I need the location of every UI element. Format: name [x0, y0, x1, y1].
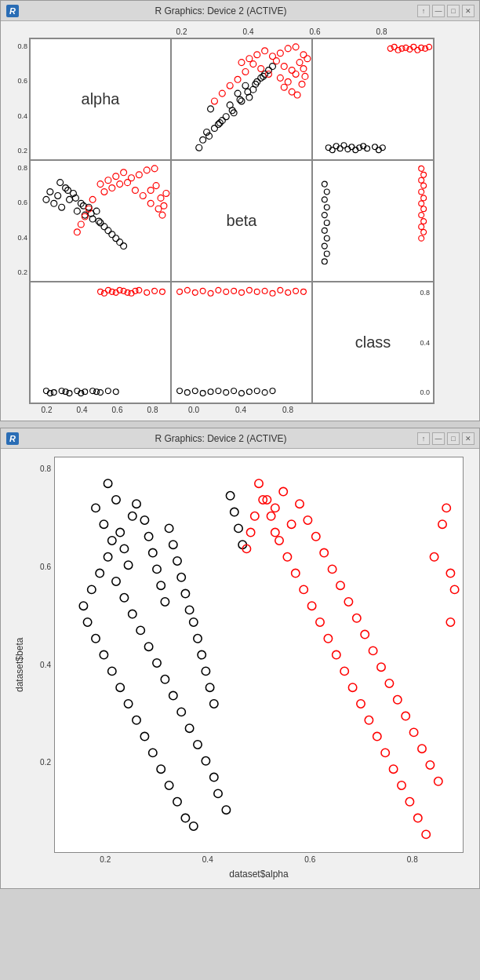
svg-point-215 [278, 287, 283, 293]
svg-point-289 [312, 533, 320, 541]
scroll-up-btn-1[interactable]: ↑ [417, 5, 430, 17]
window-2: R R Graphics: Device 2 (ACTIVE) ↑ — □ ✕ … [0, 428, 480, 889]
svg-point-320 [398, 781, 405, 789]
svg-point-251 [92, 635, 100, 643]
svg-point-9 [235, 90, 241, 97]
svg-point-268 [136, 626, 144, 634]
svg-point-293 [344, 598, 352, 606]
svg-point-97 [97, 220, 104, 226]
svg-point-195 [224, 390, 229, 395]
svg-point-44 [235, 76, 241, 82]
svg-point-233 [161, 598, 169, 606]
svg-point-316 [365, 716, 373, 724]
x-axis-label: dataset$alpha [54, 864, 464, 880]
svg-point-327 [255, 479, 263, 487]
svg-point-28 [246, 56, 253, 62]
pairs-grid: alpha [29, 38, 435, 404]
svg-point-299 [394, 696, 402, 704]
svg-point-245 [210, 700, 218, 708]
maximize-btn-1[interactable]: □ [447, 5, 460, 17]
svg-point-258 [149, 749, 157, 756]
svg-point-147 [324, 251, 329, 257]
scatter-class-alpha [31, 282, 170, 403]
svg-point-24 [245, 89, 251, 95]
svg-point-257 [140, 732, 148, 740]
svg-point-197 [239, 391, 245, 396]
svg-point-32 [277, 50, 283, 56]
svg-point-199 [254, 388, 260, 394]
svg-point-154 [419, 235, 424, 241]
svg-point-189 [177, 388, 183, 394]
scatter-beta-alpha [31, 161, 170, 281]
svg-point-115 [136, 172, 142, 178]
svg-point-122 [132, 188, 138, 194]
svg-point-288 [304, 516, 311, 524]
svg-point-27 [238, 60, 245, 66]
maximize-btn-2[interactable]: □ [447, 432, 460, 445]
svg-point-308 [300, 585, 307, 593]
svg-point-291 [328, 565, 336, 573]
svg-point-333 [438, 520, 446, 528]
svg-point-216 [285, 290, 291, 295]
svg-point-217 [293, 288, 299, 293]
svg-point-103 [121, 243, 127, 250]
scroll-up-btn-2[interactable]: ↑ [417, 432, 430, 445]
svg-point-56 [299, 81, 305, 87]
svg-point-29 [254, 52, 260, 58]
svg-point-250 [83, 618, 91, 626]
svg-point-84 [47, 189, 53, 195]
svg-point-89 [67, 196, 73, 202]
pairs-plot-window: 0.2 0.4 0.6 0.8 0.8 0.6 0.4 0.2 0.8 0.6 … [1, 21, 479, 421]
svg-point-204 [192, 290, 198, 295]
svg-point-278 [214, 789, 222, 797]
svg-point-248 [88, 585, 96, 593]
svg-point-281 [231, 508, 238, 516]
minimize-btn-1[interactable]: — [432, 5, 445, 17]
svg-point-255 [124, 700, 132, 708]
svg-point-265 [112, 577, 120, 585]
alpha-label: alpha [31, 39, 170, 159]
svg-point-270 [153, 659, 161, 667]
window-2-title: R Graphics: Device 2 (ACTIVE) [24, 433, 417, 444]
svg-point-221 [108, 537, 116, 545]
svg-point-234 [165, 524, 173, 532]
close-btn-2[interactable]: ✕ [462, 432, 475, 445]
svg-point-243 [202, 667, 209, 675]
svg-point-236 [173, 557, 181, 565]
svg-point-318 [381, 749, 389, 756]
r-logo-1: R [5, 4, 20, 18]
svg-point-156 [421, 183, 427, 188]
svg-point-87 [59, 204, 65, 210]
svg-point-329 [251, 512, 259, 520]
svg-point-153 [419, 224, 424, 229]
svg-point-335 [446, 569, 454, 577]
svg-point-11 [242, 82, 249, 89]
svg-point-266 [120, 594, 128, 602]
svg-point-303 [426, 761, 434, 769]
svg-point-116 [144, 167, 150, 173]
svg-point-30 [262, 48, 268, 54]
svg-point-198 [246, 389, 252, 395]
svg-point-127 [147, 188, 154, 194]
svg-point-33 [285, 46, 291, 52]
minimize-btn-2[interactable]: — [432, 432, 445, 445]
svg-point-262 [181, 814, 189, 822]
svg-point-130 [161, 202, 167, 209]
svg-point-315 [357, 700, 365, 708]
cell-3-3: class 0.8 0.4 0.0 [312, 282, 434, 403]
svg-point-1 [212, 126, 218, 132]
pairs-left-ticks: 0.8 0.6 0.4 0.2 0.8 0.6 0.4 0.2 [7, 38, 29, 404]
svg-point-38 [296, 60, 303, 66]
svg-point-183 [160, 289, 165, 294]
svg-point-120 [117, 181, 123, 188]
svg-point-111 [105, 177, 111, 184]
svg-point-229 [144, 533, 152, 541]
close-btn-1[interactable]: ✕ [462, 5, 475, 17]
svg-point-280 [226, 492, 234, 500]
svg-point-201 [270, 388, 275, 394]
svg-point-321 [405, 798, 413, 806]
svg-point-334 [430, 553, 438, 561]
svg-point-275 [194, 741, 202, 749]
svg-point-110 [97, 181, 104, 188]
svg-point-205 [200, 288, 205, 293]
